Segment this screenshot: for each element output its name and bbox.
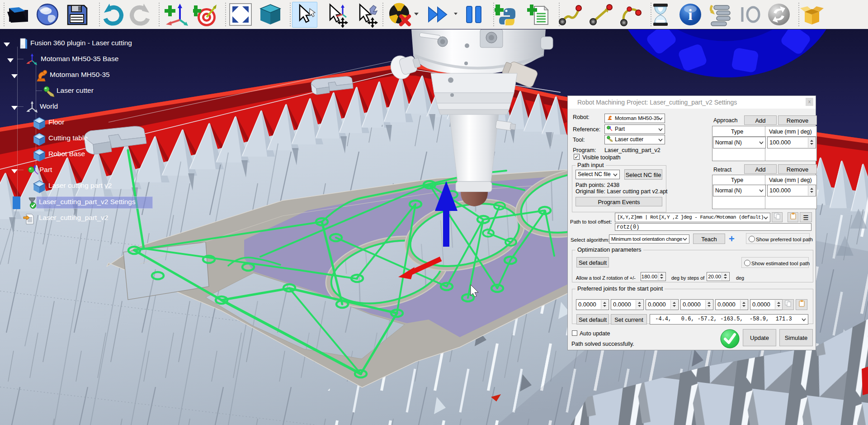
svg-text:i: i [688, 6, 692, 23]
